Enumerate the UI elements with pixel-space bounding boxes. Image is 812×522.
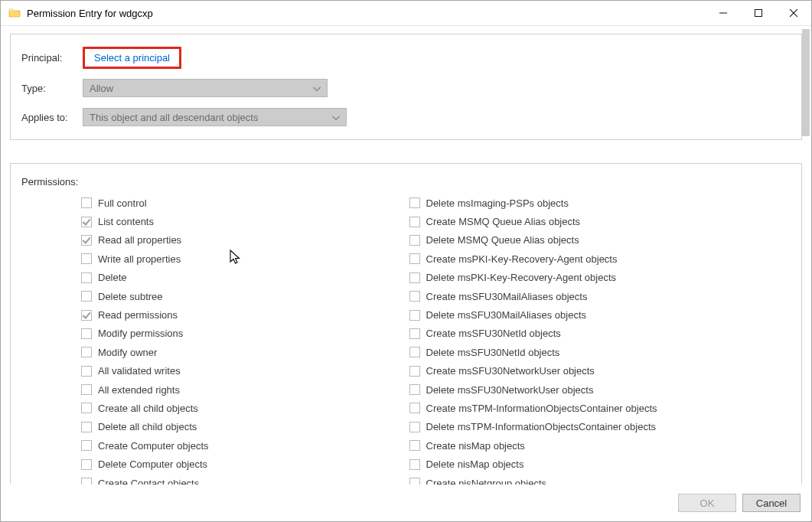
titlebar: Permission Entry for wdgcxp bbox=[1, 1, 811, 26]
type-dropdown[interactable]: Allow bbox=[83, 79, 328, 97]
permission-checkbox[interactable] bbox=[81, 310, 92, 321]
permission-item: Create msSFU30NetId objects bbox=[409, 325, 794, 343]
permission-item: Delete msPKI-Key-Recovery-Agent objects bbox=[409, 269, 794, 287]
permission-label: Create msSFU30MailAliases objects bbox=[426, 291, 588, 302]
permission-checkbox[interactable] bbox=[409, 235, 420, 246]
permission-checkbox[interactable] bbox=[81, 328, 92, 339]
svg-rect-0 bbox=[755, 10, 762, 17]
permissions-column-left: Full controlList contentsRead all proper… bbox=[21, 194, 408, 484]
principal-label: Principal: bbox=[21, 52, 83, 64]
permission-checkbox[interactable] bbox=[81, 366, 92, 377]
permission-label: Delete nisMap objects bbox=[426, 458, 524, 470]
permission-item: Delete bbox=[81, 269, 408, 287]
permission-item: Delete msSFU30MailAliases objects bbox=[409, 305, 794, 324]
permission-label: Delete msSFU30NetworkUser objects bbox=[426, 384, 594, 396]
permission-checkbox[interactable] bbox=[409, 217, 420, 227]
permission-label: Delete MSMQ Queue Alias objects bbox=[426, 234, 579, 246]
permission-label: List contents bbox=[98, 216, 154, 227]
permission-checkbox[interactable] bbox=[81, 347, 92, 357]
permission-item: Delete Computer objects bbox=[81, 455, 408, 473]
permission-item: List contents bbox=[81, 212, 408, 230]
permission-label: All validated writes bbox=[98, 365, 181, 377]
permission-item: Delete all child objects bbox=[81, 418, 408, 436]
permission-checkbox[interactable] bbox=[409, 366, 420, 377]
principal-panel: Principal: Select a principal Type: Allo… bbox=[10, 34, 802, 140]
window-title: Permission Entry for wdgcxp bbox=[27, 8, 706, 19]
permission-label: Delete msPKI-Key-Recovery-Agent objects bbox=[426, 272, 617, 283]
permission-checkbox[interactable] bbox=[409, 272, 420, 283]
permission-checkbox[interactable] bbox=[81, 403, 92, 413]
permission-checkbox[interactable] bbox=[81, 422, 92, 432]
permission-checkbox[interactable] bbox=[409, 384, 420, 395]
vertical-scrollbar[interactable] bbox=[802, 29, 811, 484]
permission-checkbox[interactable] bbox=[409, 403, 420, 413]
permission-item: Full control bbox=[81, 194, 408, 212]
permission-label: Create msSFU30NetworkUser objects bbox=[426, 365, 595, 377]
permission-checkbox[interactable] bbox=[81, 217, 92, 227]
permission-item: Create Computer objects bbox=[81, 436, 408, 455]
close-button[interactable] bbox=[776, 1, 811, 25]
permission-label: Read permissions bbox=[98, 309, 178, 321]
permission-checkbox[interactable] bbox=[81, 272, 92, 283]
permission-checkbox[interactable] bbox=[81, 459, 92, 470]
maximize-button[interactable] bbox=[741, 1, 776, 25]
permission-checkbox[interactable] bbox=[81, 384, 92, 395]
permission-label: Modify permissions bbox=[98, 328, 183, 339]
permission-checkbox[interactable] bbox=[409, 253, 420, 264]
permission-item: Delete msTPM-InformationObjectsContainer… bbox=[409, 418, 794, 436]
permission-label: Delete bbox=[98, 272, 127, 283]
permission-item: All validated writes bbox=[81, 362, 408, 380]
permission-item: Delete MSMQ Queue Alias objects bbox=[409, 231, 794, 250]
permission-checkbox[interactable] bbox=[81, 478, 92, 484]
permission-item: Create nisNetgroup objects bbox=[409, 474, 794, 484]
permission-item: Create msPKI-Key-Recovery-Agent objects bbox=[409, 250, 794, 268]
permission-item: Delete msImaging-PSPs objects bbox=[409, 194, 794, 212]
permission-checkbox[interactable] bbox=[409, 197, 420, 208]
permissions-column-right: Delete msImaging-PSPs objectsCreate MSMQ… bbox=[408, 194, 794, 484]
permission-label: Create msTPM-InformationObjectsContainer… bbox=[426, 403, 657, 414]
principal-highlight: Select a principal bbox=[83, 47, 181, 69]
type-label: Type: bbox=[21, 83, 83, 94]
permission-checkbox[interactable] bbox=[81, 291, 92, 302]
permission-label: Write all properties bbox=[98, 253, 181, 265]
permission-checkbox[interactable] bbox=[81, 197, 92, 208]
permissions-panel: Permissions: Full controlList contentsRe… bbox=[10, 163, 802, 484]
permission-checkbox[interactable] bbox=[409, 422, 420, 432]
permission-checkbox[interactable] bbox=[409, 459, 420, 470]
applies-to-dropdown[interactable]: This object and all descendant objects bbox=[83, 108, 347, 126]
applies-to-dropdown-value: This object and all descendant objects bbox=[90, 112, 258, 123]
permission-label: Delete msSFU30NetId objects bbox=[426, 347, 560, 358]
permission-label: Full control bbox=[98, 197, 147, 209]
permission-item: Delete msSFU30NetworkUser objects bbox=[409, 380, 794, 399]
permission-checkbox[interactable] bbox=[81, 440, 92, 451]
permission-item: Modify permissions bbox=[81, 325, 408, 343]
minimize-button[interactable] bbox=[706, 1, 741, 25]
cancel-button[interactable]: Cancel bbox=[742, 494, 801, 512]
scrollbar-thumb[interactable] bbox=[802, 29, 810, 136]
permission-label: Create nisNetgroup objects bbox=[426, 478, 547, 484]
permission-label: Delete Computer objects bbox=[98, 458, 207, 470]
permission-label: Create nisMap objects bbox=[426, 440, 525, 452]
permission-checkbox[interactable] bbox=[81, 235, 92, 246]
permission-item: Modify owner bbox=[81, 343, 408, 361]
permission-item: Create Contact objects bbox=[81, 474, 408, 484]
permission-label: Delete msImaging-PSPs objects bbox=[426, 197, 569, 209]
permission-item: Create msSFU30MailAliases objects bbox=[409, 287, 794, 305]
permission-checkbox[interactable] bbox=[409, 440, 420, 451]
select-principal-link[interactable]: Select a principal bbox=[86, 49, 178, 67]
permission-label: Create msPKI-Key-Recovery-Agent objects bbox=[426, 253, 618, 265]
ok-button[interactable]: OK bbox=[678, 494, 736, 512]
permissions-title: Permissions: bbox=[21, 176, 794, 188]
permission-item: Delete subtree bbox=[81, 287, 408, 305]
permission-checkbox[interactable] bbox=[409, 291, 420, 302]
permission-checkbox[interactable] bbox=[409, 478, 420, 484]
permission-checkbox[interactable] bbox=[409, 310, 420, 321]
permission-label: Create Contact objects bbox=[98, 478, 199, 484]
window: Permission Entry for wdgcxp Principal: S… bbox=[0, 0, 812, 522]
permission-item: Write all properties bbox=[81, 250, 408, 268]
permission-checkbox[interactable] bbox=[409, 347, 420, 357]
permission-checkbox[interactable] bbox=[81, 253, 92, 264]
permission-label: All extended rights bbox=[98, 384, 180, 396]
permission-label: Create MSMQ Queue Alias objects bbox=[426, 216, 581, 227]
permission-checkbox[interactable] bbox=[409, 328, 420, 339]
